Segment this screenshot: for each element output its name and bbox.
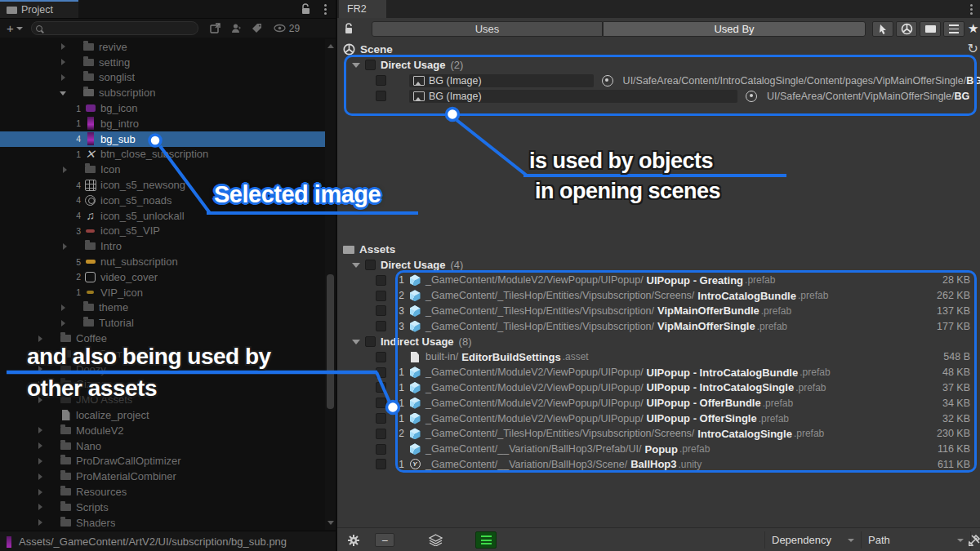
tree-item[interactable]: setting	[0, 55, 325, 70]
open-new-window-icon[interactable]	[210, 23, 220, 33]
dependency-list-toggle-button[interactable]	[475, 531, 497, 549]
project-menu-icon[interactable]	[319, 2, 331, 16]
list-view-button[interactable]	[943, 21, 964, 37]
search-input[interactable]	[42, 23, 185, 34]
foldout-arrow-icon[interactable]	[59, 303, 69, 313]
tree-item[interactable]: 2 video_cover	[0, 269, 325, 285]
foldout-arrow-icon[interactable]	[36, 502, 46, 512]
tree-item[interactable]: 1 bg_intro	[0, 116, 325, 131]
asset-usage-row[interactable]: 1 _GameContent/ModuleV2/ViewPopup/UIPopu…	[337, 273, 980, 288]
foldout-arrow-icon[interactable]	[36, 456, 46, 466]
foldout-arrow-icon[interactable]	[60, 242, 70, 251]
assets-direct-usage-header[interactable]: Direct Usage (4)	[337, 257, 980, 273]
row-checkbox[interactable]	[376, 413, 386, 424]
foldout-arrow-icon[interactable]	[36, 425, 46, 435]
object-picker-icon[interactable]	[746, 91, 757, 102]
asset-usage-row[interactable]: 1 _GameContent/ModuleV2/ViewPopup/UIPopu…	[337, 411, 980, 426]
tree-item[interactable]: 1 btn_close_subscription	[0, 147, 325, 162]
object-field[interactable]: BG (Image)	[409, 74, 594, 87]
unity-object-filter-button[interactable]	[896, 21, 917, 37]
tree-item[interactable]: 5 nut_subscription	[0, 254, 325, 269]
scene-direct-usage-header[interactable]: Direct Usage (2)	[337, 57, 980, 73]
foldout-open-icon[interactable]	[352, 340, 360, 344]
foldout-arrow-icon[interactable]	[36, 380, 46, 389]
row-checkbox[interactable]	[376, 75, 386, 86]
row-checkbox[interactable]	[376, 291, 386, 301]
tree-item[interactable]: Intro	[0, 238, 325, 254]
tree-item[interactable]: 4 bg_sub	[0, 131, 325, 147]
tab-project[interactable]: Project	[0, 0, 78, 18]
project-scrollbar[interactable]	[325, 39, 336, 530]
remove-button[interactable]: −	[375, 533, 394, 547]
foldout-arrow-icon[interactable]	[36, 472, 46, 482]
foldout-arrow-icon[interactable]	[36, 487, 46, 497]
row-checkbox[interactable]	[376, 91, 386, 101]
asset-usage-row[interactable]: 3 _GameContent/_TilesHop/Entities/Vipsub…	[337, 318, 980, 334]
tree-item[interactable]: Icon	[0, 162, 325, 177]
tree-item[interactable]: JMO Assets	[0, 392, 325, 407]
foldout-arrow-icon[interactable]	[59, 57, 69, 67]
fr2-menu-icon[interactable]	[965, 2, 977, 16]
tree-item[interactable]: Tutorial	[0, 315, 325, 331]
row-checkbox[interactable]	[376, 398, 386, 408]
asset-usage-row[interactable]: 1 _GameContent/ModuleV2/ViewPopup/UIPopu…	[337, 395, 980, 411]
select-all-checkbox[interactable]	[365, 260, 376, 270]
select-in-scene-button[interactable]	[872, 21, 893, 37]
foldout-arrow-icon[interactable]	[36, 349, 46, 358]
row-checkbox[interactable]	[376, 275, 386, 286]
tree-item[interactable]: revive	[0, 39, 325, 55]
tree-item[interactable]: subscription	[0, 85, 325, 100]
tree-item[interactable]: Gizmos	[0, 377, 325, 393]
foldout-arrow-icon[interactable]	[36, 364, 46, 374]
row-checkbox[interactable]	[376, 429, 386, 439]
folder-filter-button[interactable]	[920, 21, 941, 37]
scene-usage-row[interactable]: BG (Image) UI/SafeArea/Content/VipMainOf…	[337, 88, 980, 104]
select-all-checkbox[interactable]	[365, 336, 376, 347]
tree-item[interactable]: theme	[0, 300, 325, 316]
foldout-arrow-icon[interactable]	[60, 165, 70, 175]
lock-icon[interactable]	[341, 21, 356, 36]
object-picker-icon[interactable]	[602, 75, 613, 87]
row-checkbox[interactable]	[376, 382, 386, 393]
tree-item[interactable]: CoreFrameworks	[0, 346, 325, 362]
foldout-arrow-icon[interactable]	[59, 73, 69, 82]
tab-fr2[interactable]: FR2	[339, 0, 386, 18]
project-search[interactable]	[31, 21, 198, 35]
scroll-up-icon[interactable]	[327, 44, 334, 48]
row-checkbox[interactable]	[376, 444, 386, 455]
tree-item[interactable]: Shaders	[0, 515, 325, 530]
tree-item[interactable]: Doozy	[0, 362, 325, 377]
tree-item[interactable]: songlist	[0, 70, 325, 86]
tab-used-by[interactable]: Used By	[603, 21, 866, 37]
select-all-checkbox[interactable]	[365, 60, 376, 70]
row-checkbox[interactable]	[376, 352, 386, 362]
foldout-arrow-icon[interactable]	[59, 42, 69, 51]
foldout-arrow-icon[interactable]	[36, 441, 46, 451]
row-checkbox[interactable]	[376, 459, 386, 469]
scroll-down-icon[interactable]	[327, 521, 334, 525]
tree-item[interactable]: 3 icon_s5_VIP	[0, 224, 325, 239]
settings-gear-icon[interactable]	[347, 534, 360, 547]
favorite-star-icon[interactable]: ★	[968, 21, 978, 36]
tools-wrench-icon[interactable]	[969, 535, 980, 546]
tree-item[interactable]: ModuleV2	[0, 423, 325, 438]
tree-item[interactable]: localize_project	[0, 407, 325, 423]
refresh-icon[interactable]: ↻	[968, 41, 978, 56]
object-field[interactable]: BG (Image)	[409, 90, 737, 103]
asset-usage-row[interactable]: 1 _GameContent/ModuleV2/ViewPopup/UIPopu…	[337, 365, 980, 380]
tree-item[interactable]: 4 icon_s5_newsong	[0, 177, 325, 193]
tree-item[interactable]: 1 bg_icon	[0, 100, 325, 116]
dependency-mode-dropdown[interactable]: Dependency	[764, 531, 861, 549]
asset-usage-row[interactable]: 1 _GameContent/ModuleV2/ViewPopup/UIPopu…	[337, 380, 980, 396]
foldout-arrow-icon[interactable]	[36, 395, 46, 405]
tree-item[interactable]: 4 icon_s5_noads	[0, 193, 325, 208]
assets-indirect-usage-header[interactable]: Indirect Usage (8)	[337, 334, 980, 349]
tree-item[interactable]: ProMaterialCombiner	[0, 469, 325, 484]
row-checkbox[interactable]	[376, 321, 386, 331]
tree-item[interactable]: 1 VIP_icon	[0, 285, 325, 300]
tab-uses[interactable]: Uses	[372, 21, 603, 37]
asset-usage-row[interactable]: 2 _GameContent/_TilesHop/Entities/Vipsub…	[337, 288, 980, 304]
tree-item[interactable]: Coffee	[0, 331, 325, 346]
tree-item[interactable]: Scripts	[0, 500, 325, 515]
foldout-arrow-icon[interactable]	[59, 88, 69, 98]
